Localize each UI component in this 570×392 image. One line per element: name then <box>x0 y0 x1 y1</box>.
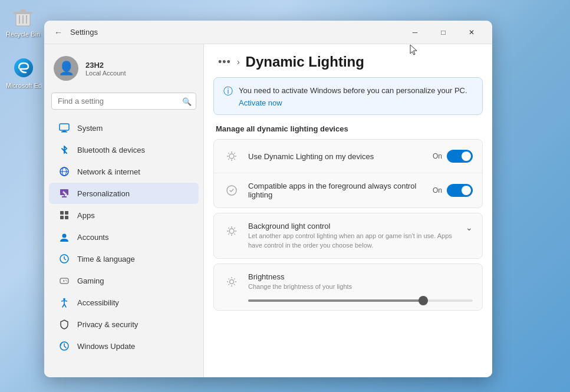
brightness-text: Brightness Change the brightness of your… <box>248 272 473 291</box>
svg-point-41 <box>229 229 234 233</box>
sidebar-label-system: System <box>77 124 103 133</box>
edge-label: Microsoft Edge <box>6 82 41 89</box>
main-header: ••• › Dynamic Lighting <box>204 44 492 77</box>
user-profile[interactable]: 👤 23H2 Local Account <box>44 51 203 90</box>
search-input[interactable] <box>51 93 196 110</box>
main-panel: ••• › Dynamic Lighting ⓘ You need to act… <box>203 44 492 377</box>
svg-line-39 <box>228 159 229 160</box>
window-controls: ─ □ ✕ <box>401 24 485 41</box>
lighting-icon <box>223 148 240 164</box>
accessibility-icon <box>58 297 70 308</box>
activate-now-link[interactable]: Activate now <box>239 98 467 107</box>
use-dynamic-lighting-row: Use Dynamic Lighting on my devices On <box>214 140 482 173</box>
background-light-dropdown-arrow[interactable]: ⌄ <box>466 223 473 232</box>
sidebar-label-bluetooth: Bluetooth & devices <box>77 146 145 154</box>
brightness-card: Brightness Change the brightness of your… <box>213 263 483 311</box>
compatible-apps-title: Compatible apps in the foreground always… <box>248 182 424 199</box>
sidebar-item-bluetooth[interactable]: Bluetooth & devices <box>49 139 199 160</box>
recycle-bin-image <box>11 5 35 28</box>
background-light-row: Background light control Let another app… <box>214 213 482 258</box>
activation-message: You need to activate Windows before you … <box>239 86 467 95</box>
sidebar-label-gaming: Gaming <box>77 276 104 285</box>
title-bar: ← Settings ─ □ ✕ <box>44 21 492 44</box>
search-icon: 🔍 <box>182 97 192 106</box>
privacy-icon <box>58 318 70 330</box>
brightness-icon <box>223 274 240 290</box>
sidebar-item-accessibility[interactable]: Accessibility <box>49 292 199 313</box>
sidebar-item-apps[interactable]: Apps <box>49 205 199 226</box>
minimize-button[interactable]: ─ <box>401 24 429 41</box>
svg-rect-2 <box>20 9 26 12</box>
svg-line-48 <box>234 228 235 229</box>
use-dynamic-lighting-text: Use Dynamic Lighting on my devices <box>248 152 424 161</box>
compatible-apps-row: Compatible apps in the foreground always… <box>214 173 482 207</box>
edge-image <box>12 56 35 80</box>
sidebar-item-accounts[interactable]: Accounts <box>49 226 199 248</box>
windows-update-icon <box>58 340 70 352</box>
sidebar-label-personalization: Personalization <box>77 189 130 198</box>
background-light-card: Background light control Let another app… <box>213 213 483 259</box>
close-button[interactable]: ✕ <box>458 24 485 41</box>
content-area: 👤 23H2 Local Account 🔍 System <box>44 44 492 377</box>
compatible-apps-toggle[interactable] <box>447 184 473 197</box>
compatible-apps-label: On <box>433 186 442 195</box>
sidebar-label-privacy: Privacy & security <box>77 320 138 329</box>
bluetooth-icon <box>58 144 70 156</box>
activation-text-block: You need to activate Windows before you … <box>239 85 467 107</box>
use-dynamic-lighting-title: Use Dynamic Lighting on my devices <box>248 152 424 161</box>
time-icon <box>58 253 70 265</box>
sidebar-item-network[interactable]: Network & internet <box>49 161 199 182</box>
window-title: Settings <box>70 28 401 37</box>
brightness-desc: Change the brightness of your lights <box>248 282 473 291</box>
sidebar: 👤 23H2 Local Account 🔍 System <box>44 44 203 377</box>
svg-point-31 <box>229 154 234 159</box>
recycle-bin-icon[interactable]: Recycle Bin <box>6 5 40 38</box>
svg-line-23 <box>64 259 66 260</box>
back-button[interactable]: ← <box>51 25 65 39</box>
edge-icon[interactable]: Microsoft Edge <box>6 56 41 89</box>
compatible-apps-text: Compatible apps in the foreground always… <box>248 182 424 199</box>
svg-rect-7 <box>60 124 69 130</box>
search-box: 🔍 <box>51 93 196 110</box>
section-header: Manage all dynamic lighting devices <box>213 124 483 133</box>
sidebar-label-time: Time & language <box>77 255 135 263</box>
svg-point-20 <box>62 234 67 238</box>
use-dynamic-lighting-label: On <box>433 152 442 160</box>
sidebar-item-privacy[interactable]: Privacy & security <box>49 314 199 335</box>
background-light-icon <box>223 223 240 239</box>
maximize-button[interactable]: □ <box>430 24 457 41</box>
svg-rect-17 <box>65 211 68 215</box>
svg-point-27 <box>65 280 67 281</box>
sidebar-label-network: Network & internet <box>77 167 140 176</box>
info-icon: ⓘ <box>223 85 233 98</box>
use-dynamic-lighting-toggle[interactable] <box>447 150 473 163</box>
breadcrumb-dots[interactable]: ••• <box>218 56 231 68</box>
svg-rect-18 <box>60 216 64 219</box>
personalization-icon <box>58 187 70 199</box>
svg-line-58 <box>229 284 230 285</box>
sidebar-item-personalization[interactable]: Personalization <box>49 183 199 204</box>
user-info: 23H2 Local Account <box>85 61 126 77</box>
sidebar-item-time[interactable]: Time & language <box>49 248 199 269</box>
network-icon <box>58 166 70 177</box>
svg-rect-9 <box>61 131 67 133</box>
system-icon <box>58 122 70 134</box>
svg-line-49 <box>228 233 229 235</box>
svg-line-57 <box>234 279 235 280</box>
svg-line-47 <box>234 233 235 235</box>
svg-point-29 <box>63 298 65 301</box>
brightness-slider-thumb[interactable] <box>419 296 428 305</box>
compatible-apps-icon <box>223 182 240 199</box>
use-dynamic-lighting-control: On <box>433 150 473 163</box>
sidebar-label-windows-update: Windows Update <box>77 342 135 351</box>
background-light-text: Background light control Let another app… <box>248 222 457 250</box>
sidebar-item-windows-update[interactable]: Windows Update <box>49 335 199 357</box>
svg-rect-19 <box>65 216 68 219</box>
sidebar-item-system[interactable]: System <box>49 117 199 139</box>
nav-list: System Bluetooth & devices Network & int… <box>44 117 203 357</box>
svg-line-36 <box>228 153 229 154</box>
gaming-icon <box>58 275 70 286</box>
svg-rect-16 <box>60 211 64 215</box>
sidebar-item-gaming[interactable]: Gaming <box>49 270 199 291</box>
activation-banner: ⓘ You need to activate Windows before yo… <box>213 77 483 115</box>
